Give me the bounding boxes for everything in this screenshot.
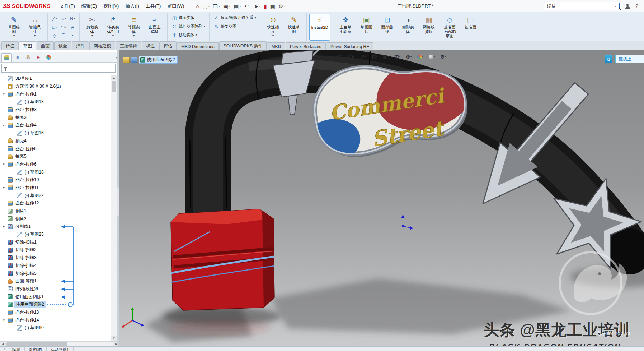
smart-dimension-button[interactable]: ↔智能尺寸▾ bbox=[25, 14, 45, 40]
open-document-button[interactable]: ❒▾ bbox=[212, 3, 221, 10]
status-tab-3d-views[interactable]: 3D视图 bbox=[25, 347, 47, 351]
tab-dimxpertmanager[interactable]: ⊕ bbox=[33, 53, 43, 61]
tab-featuremanager-tree[interactable] bbox=[1, 53, 12, 62]
expander-open-icon[interactable]: ▾ bbox=[1, 92, 6, 96]
line-tool-button[interactable]: ╱▾ bbox=[50, 14, 59, 23]
tree-item-boss-extrude-4[interactable]: ▾凸台-拉伸4 bbox=[0, 121, 111, 129]
help-icon[interactable]: ? bbox=[633, 2, 641, 10]
convert-entities-button[interactable]: ↱转换实体引用▾ bbox=[103, 14, 123, 40]
scroll-up-arrow-icon[interactable]: ▲ bbox=[111, 75, 117, 80]
text-tool-button[interactable]: A bbox=[68, 23, 77, 31]
rebuild-button[interactable]: ▮ bbox=[263, 3, 268, 10]
zoom-to-area-chevron-icon[interactable]: ▾ bbox=[353, 55, 355, 58]
view-settings-button[interactable]: ⚙▾ bbox=[438, 52, 448, 61]
spline-chevron-icon[interactable]: ▾ bbox=[74, 17, 75, 20]
status-tab-model[interactable]: 模型 bbox=[8, 347, 25, 351]
menu-window[interactable]: 窗口(W) bbox=[164, 1, 187, 11]
zoom-to-area-button[interactable]: ▾ bbox=[346, 52, 357, 61]
tree-item-boss-extrude-10[interactable]: 凸台-拉伸10 bbox=[0, 176, 111, 184]
tree-item-sketch-18[interactable]: (-) 草图18 bbox=[0, 168, 111, 176]
tree-item-chamfer-1[interactable]: 倒角1 bbox=[0, 207, 111, 215]
model-canvas[interactable]: Commerci Street bbox=[119, 50, 644, 347]
tree-item-sketch-22[interactable]: (-) 草图22 bbox=[0, 191, 111, 199]
apply-scene-button[interactable]: ▾ bbox=[427, 52, 437, 61]
sketch-picture-button[interactable]: ▣草图图片 bbox=[356, 14, 376, 40]
tab-mbd-dimensions[interactable]: MBD Dimensions bbox=[177, 42, 219, 50]
scroll-down-arrow-icon[interactable]: ▼ bbox=[111, 336, 117, 341]
menu-insert[interactable]: 插入(I) bbox=[122, 1, 142, 11]
tab-power-surfacing-re[interactable]: Power Surfacing RE bbox=[326, 42, 373, 50]
tree-item-linear-pattern-6[interactable]: 阵列(线性)6 bbox=[0, 285, 111, 293]
circle-chevron-icon[interactable]: ▾ bbox=[65, 17, 66, 20]
3d-sketch-on-plane-button[interactable]: ◇基准面上的3D草图 bbox=[439, 14, 460, 40]
tree-item-boss-extrude-12[interactable]: 凸台-拉伸12 bbox=[0, 199, 111, 207]
apply-scene-chevron-icon[interactable]: ▾ bbox=[434, 55, 435, 58]
select-chevron-icon[interactable]: ▾ bbox=[259, 5, 261, 8]
hide-show-items-button[interactable]: ⊚▾ bbox=[404, 52, 414, 61]
arc-tool-button[interactable]: ◠▾ bbox=[59, 23, 68, 31]
circle-tool-button[interactable]: ○▾ bbox=[59, 14, 68, 23]
offset-entities-chevron-icon[interactable]: ▾ bbox=[133, 34, 135, 37]
tree-item-sketch-60[interactable]: (-) 草图60 bbox=[0, 324, 111, 332]
tab-sketch[interactable]: 草图 bbox=[19, 41, 36, 50]
status-tab-motion-study-1[interactable]: 运动算例1 bbox=[47, 347, 74, 351]
vertical-scroll-thumb[interactable] bbox=[112, 81, 116, 92]
convert-entities-chevron-icon[interactable]: ▾ bbox=[112, 34, 114, 37]
trim-entities-button[interactable]: ✂剪裁实体▾ bbox=[82, 14, 102, 40]
smart-dimension-chevron-icon[interactable]: ▾ bbox=[34, 34, 36, 37]
face-curves-button[interactable]: ⊞面部曲线 bbox=[377, 14, 397, 40]
linear-sketch-pattern-chevron-icon[interactable]: ▾ bbox=[204, 25, 205, 28]
tree-item-boss-extrude-3[interactable]: 凸台-拉伸3 bbox=[0, 106, 111, 114]
open-document-chevron-icon[interactable]: ▾ bbox=[218, 5, 220, 8]
print-chevron-icon[interactable]: ▾ bbox=[239, 5, 241, 8]
search-icon[interactable] bbox=[619, 4, 620, 9]
menu-tools[interactable]: 工具(T) bbox=[142, 1, 164, 11]
tab-weldments[interactable]: 焊件 bbox=[72, 41, 89, 50]
corner-rectangle-chevron-icon[interactable]: ▾ bbox=[56, 26, 57, 29]
search-box[interactable]: ▾ bbox=[544, 2, 622, 10]
tree-horizontal-scrollbar[interactable]: ◀ ▶ bbox=[0, 341, 119, 347]
solid-body-icon[interactable] bbox=[131, 57, 137, 63]
file-properties-button[interactable]: ▦ bbox=[269, 3, 277, 10]
sketch-point-marker[interactable] bbox=[401, 214, 414, 230]
tree-item-cut-sweep-5[interactable]: 切除-扫描5 bbox=[0, 269, 111, 277]
tab-annotation[interactable]: 标注 bbox=[142, 41, 159, 50]
plane-button[interactable]: ▢基准面 bbox=[460, 14, 480, 40]
tree-item-split-line-1[interactable]: ▾分割线1 bbox=[0, 223, 111, 231]
move-entities-button[interactable]: ✛移动实体▾ bbox=[170, 31, 207, 39]
repair-sketch-button[interactable]: ✎修复草图 bbox=[212, 22, 258, 30]
undo-button[interactable]: ↶▾ bbox=[243, 3, 252, 10]
corner-rectangle-tool-button[interactable]: □▾ bbox=[50, 23, 59, 31]
view-orientation-button[interactable]: ▣▾ bbox=[381, 52, 391, 61]
display-delete-relations-chevron-icon[interactable]: ▾ bbox=[255, 16, 256, 19]
tab-displaymanager[interactable] bbox=[44, 53, 53, 61]
trim-entities-chevron-icon[interactable]: ▾ bbox=[91, 34, 93, 37]
polygon-tool-button[interactable]: ◇ bbox=[50, 32, 59, 40]
tree-item-boss-extrude-14[interactable]: ▾凸台-拉伸14 bbox=[0, 316, 111, 324]
tab-configurationmanager[interactable]: 品 bbox=[23, 53, 33, 61]
sketch-chevron-icon[interactable]: ▾ bbox=[13, 34, 15, 37]
point-tool-button[interactable]: • bbox=[68, 32, 77, 40]
collaboration-icon[interactable]: ⧉ bbox=[605, 55, 612, 63]
tree-item-boss-extrude-5[interactable]: 凸台-拉伸5 bbox=[0, 145, 111, 153]
panel-collapse-chevron-icon[interactable]: › bbox=[116, 55, 117, 60]
tree-item-cut-sweep-3[interactable]: 切除-扫描3 bbox=[0, 254, 111, 262]
tree-item-cut-sweep-1[interactable]: 切除-扫描1 bbox=[0, 238, 111, 246]
tree-item-chamfer-2[interactable]: 倒角2 bbox=[0, 215, 111, 223]
quick-snaps-button[interactable]: ⊕快速捕捉▾ bbox=[263, 14, 283, 40]
tab-surfaces[interactable]: 曲面 bbox=[37, 41, 54, 50]
select-button[interactable]: ➤▾ bbox=[253, 3, 262, 10]
mirror-entities-button[interactable]: ◫镜向实体 bbox=[170, 14, 207, 22]
search-input[interactable] bbox=[546, 3, 613, 9]
tree-item-sketch-13[interactable]: (-) 草图13 bbox=[0, 98, 111, 106]
display-style-button[interactable]: ◫▾ bbox=[392, 52, 403, 61]
section-view-button[interactable]: ◧▾ bbox=[369, 52, 380, 61]
menu-edit[interactable]: 编辑(E) bbox=[78, 1, 100, 11]
new-document-button[interactable]: ▢▾ bbox=[201, 3, 211, 10]
linear-sketch-pattern-button[interactable]: ∷线性草图阵列▾ bbox=[170, 22, 207, 30]
expander-open-icon[interactable]: ▾ bbox=[1, 162, 6, 166]
tree-item-boss-extrude-13[interactable]: 凸台-拉伸13 bbox=[0, 309, 111, 317]
display-delete-relations-button[interactable]: ∠显示/删除几何关系▾ bbox=[212, 14, 258, 22]
tab-evaluate[interactable]: 评估 bbox=[159, 41, 177, 50]
save-chevron-icon[interactable]: ▾ bbox=[229, 5, 230, 8]
